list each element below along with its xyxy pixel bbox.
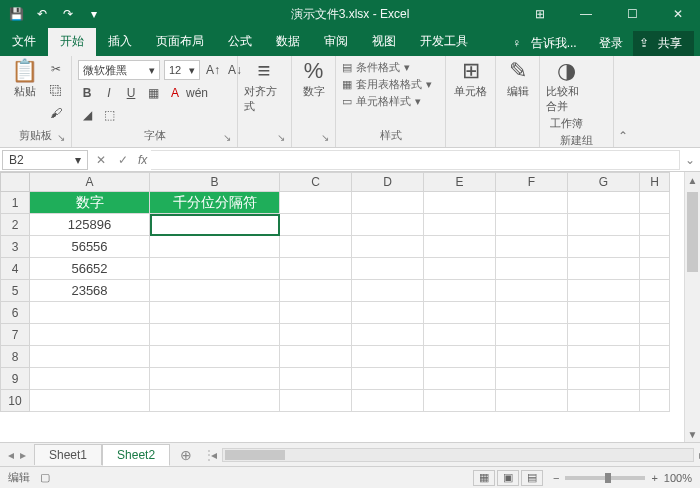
horizontal-scrollbar[interactable]: ◂ ▸ (222, 448, 694, 462)
cut-icon[interactable]: ✂ (47, 60, 65, 78)
cell[interactable] (424, 368, 496, 390)
cell[interactable] (30, 324, 150, 346)
cell[interactable] (496, 236, 568, 258)
cell[interactable] (424, 236, 496, 258)
tab-view[interactable]: 视图 (360, 28, 408, 56)
cell[interactable] (568, 236, 640, 258)
cell[interactable] (568, 324, 640, 346)
cell[interactable] (568, 280, 640, 302)
row-header[interactable]: 1 (0, 192, 30, 214)
cell[interactable] (352, 324, 424, 346)
ribbon-options-icon[interactable]: ⊞ (518, 0, 562, 28)
row-header[interactable]: 7 (0, 324, 30, 346)
share-button[interactable]: ⇪ 共享 (633, 31, 694, 56)
compare-merge-button[interactable]: ◑比较和合并工作簿 (546, 60, 586, 131)
tab-dev[interactable]: 开发工具 (408, 28, 480, 56)
undo-icon[interactable]: ↶ (34, 7, 50, 21)
cell[interactable] (150, 236, 280, 258)
cell[interactable] (280, 236, 352, 258)
phonetic-icon[interactable]: wén (188, 84, 206, 102)
cell[interactable] (424, 258, 496, 280)
underline-button[interactable]: U (122, 84, 140, 102)
cell[interactable] (280, 346, 352, 368)
cell[interactable] (280, 258, 352, 280)
conditional-format-button[interactable]: ▤条件格式 ▾ (342, 60, 432, 75)
cell[interactable] (496, 192, 568, 214)
row-header[interactable]: 9 (0, 368, 30, 390)
border-icon[interactable]: ▦ (144, 84, 162, 102)
font-name-select[interactable]: 微软雅黑▾ (78, 60, 160, 80)
fill-color-icon[interactable]: ◢ (78, 106, 96, 124)
zoom-slider[interactable] (565, 476, 645, 480)
cell[interactable] (568, 258, 640, 280)
cell[interactable] (496, 258, 568, 280)
cell[interactable] (352, 280, 424, 302)
cell[interactable] (640, 280, 670, 302)
row-header[interactable]: 3 (0, 236, 30, 258)
cell[interactable] (150, 258, 280, 280)
align-button[interactable]: ≡对齐方式 (244, 60, 284, 114)
format-painter-icon[interactable]: 🖌 (47, 104, 65, 122)
tab-home[interactable]: 开始 (48, 28, 96, 56)
cell[interactable] (640, 214, 670, 236)
select-all-corner[interactable] (0, 172, 30, 192)
close-icon[interactable]: ✕ (656, 0, 700, 28)
scroll-left-icon[interactable]: ◂ (211, 448, 217, 462)
add-sheet-icon[interactable]: ⊕ (170, 447, 202, 463)
cell[interactable] (424, 192, 496, 214)
cell-style-icon[interactable]: ⬚ (100, 106, 118, 124)
cell[interactable] (640, 302, 670, 324)
login-button[interactable]: 登录 (593, 31, 629, 56)
col-header[interactable]: A (30, 172, 150, 192)
scroll-up-icon[interactable]: ▲ (685, 172, 700, 188)
editing-button[interactable]: ✎编辑 (502, 60, 533, 99)
table-format-button[interactable]: ▦套用表格格式 ▾ (342, 77, 432, 92)
vertical-scrollbar[interactable]: ▲ ▼ (684, 172, 700, 442)
tab-layout[interactable]: 页面布局 (144, 28, 216, 56)
row-header[interactable]: 4 (0, 258, 30, 280)
tab-formula[interactable]: 公式 (216, 28, 264, 56)
cell[interactable] (280, 390, 352, 412)
cell[interactable] (424, 280, 496, 302)
cell[interactable] (640, 192, 670, 214)
cell[interactable] (496, 280, 568, 302)
cell[interactable] (424, 390, 496, 412)
cell[interactable] (496, 302, 568, 324)
sheet-tab[interactable]: Sheet1 (34, 444, 102, 465)
cell[interactable] (424, 214, 496, 236)
cell[interactable] (424, 302, 496, 324)
cell[interactable] (496, 324, 568, 346)
cell[interactable] (30, 390, 150, 412)
normal-view-icon[interactable]: ▦ (473, 470, 495, 486)
cell[interactable] (352, 368, 424, 390)
cell[interactable] (352, 236, 424, 258)
cell[interactable] (568, 390, 640, 412)
cell[interactable] (280, 368, 352, 390)
cell[interactable] (280, 192, 352, 214)
cell[interactable] (150, 390, 280, 412)
cell[interactable] (150, 324, 280, 346)
macro-record-icon[interactable]: ▢ (40, 471, 50, 484)
cell[interactable] (424, 346, 496, 368)
tab-review[interactable]: 审阅 (312, 28, 360, 56)
cell[interactable] (352, 346, 424, 368)
cell[interactable]: 数字 (30, 192, 150, 214)
cell[interactable] (640, 390, 670, 412)
number-button[interactable]: %数字 (298, 60, 329, 99)
cell[interactable] (640, 236, 670, 258)
cell[interactable] (568, 346, 640, 368)
cell-style-button[interactable]: ▭单元格样式 ▾ (342, 94, 432, 109)
expand-formula-icon[interactable]: ⌄ (680, 153, 700, 167)
maximize-icon[interactable]: ☐ (610, 0, 654, 28)
cell[interactable] (30, 368, 150, 390)
col-header[interactable]: B (150, 172, 280, 192)
copy-icon[interactable]: ⿻ (47, 82, 65, 100)
paste-button[interactable]: 📋粘贴 (6, 60, 43, 99)
cell[interactable] (568, 214, 640, 236)
row-header[interactable]: 2 (0, 214, 30, 236)
cell[interactable] (352, 302, 424, 324)
scroll-thumb[interactable] (687, 192, 698, 272)
cell[interactable] (568, 302, 640, 324)
cell[interactable] (568, 192, 640, 214)
cell[interactable] (30, 346, 150, 368)
